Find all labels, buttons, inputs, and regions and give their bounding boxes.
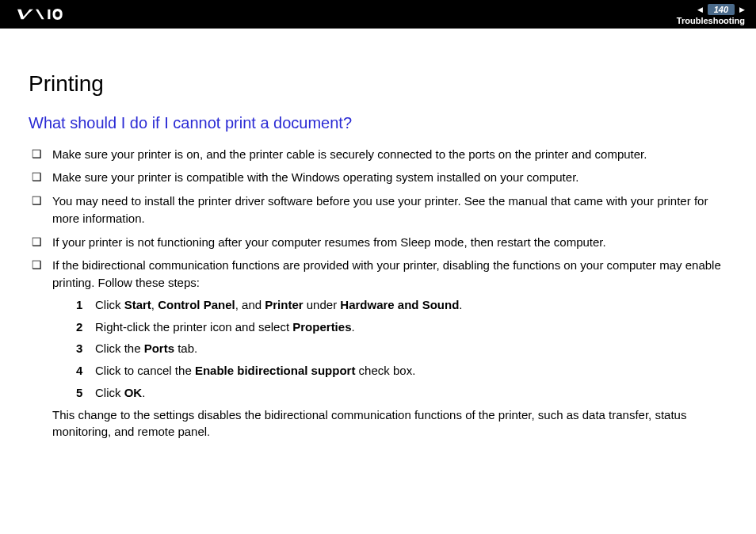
step-number: 4 <box>76 362 82 380</box>
step-text: Right-click the printer icon and select … <box>95 320 355 334</box>
svg-rect-0 <box>48 10 50 19</box>
step-item: 5 Click OK. <box>52 384 727 402</box>
section-name: Troubleshooting <box>677 16 745 25</box>
bullet-text: If the bidirectional communication funct… <box>52 258 721 289</box>
page-number-badge: 140 <box>708 4 735 15</box>
bullet-item: Make sure your printer is on, and the pr… <box>29 146 727 163</box>
header-right: ◀ 140 ▶ Troubleshooting <box>677 4 745 25</box>
steps-list: 1 Click Start, Control Panel, and Printe… <box>52 296 727 402</box>
header-bar: ◀ 140 ▶ Troubleshooting <box>0 0 756 29</box>
page-nav: ◀ 140 ▶ <box>697 4 745 15</box>
bullet-item: If the bidirectional communication funct… <box>29 257 727 441</box>
nav-prev-icon[interactable]: ◀ <box>697 6 703 13</box>
step-text: Click the Ports tab. <box>95 341 197 355</box>
bullet-item: If your printer is not functioning after… <box>29 234 727 251</box>
step-text: Click Start, Control Panel, and Printer … <box>95 298 463 311</box>
vaio-logo <box>17 8 90 21</box>
nav-next-icon[interactable]: ▶ <box>739 6 745 13</box>
closing-text: This change to the settings disables the… <box>52 406 727 441</box>
step-item: 1 Click Start, Control Panel, and Printe… <box>52 296 727 314</box>
bullet-item: Make sure your printer is compatible wit… <box>29 169 727 186</box>
step-item: 3 Click the Ports tab. <box>52 340 727 357</box>
step-number: 5 <box>76 384 82 402</box>
step-item: 2 Right-click the printer icon and selec… <box>52 318 727 336</box>
step-text: Click to cancel the Enable bidirectional… <box>95 364 415 377</box>
step-number: 2 <box>76 318 82 336</box>
page-content: Printing What should I do if I cannot pr… <box>0 29 756 441</box>
step-number: 3 <box>76 340 82 357</box>
step-text: Click OK. <box>95 386 145 399</box>
step-number: 1 <box>76 296 82 314</box>
bullet-list: Make sure your printer is on, and the pr… <box>29 146 727 441</box>
question-heading: What should I do if I cannot print a doc… <box>29 112 727 135</box>
step-item: 4 Click to cancel the Enable bidirection… <box>52 362 727 380</box>
page-title: Printing <box>29 68 727 101</box>
bullet-item: You may need to install the printer driv… <box>29 193 727 227</box>
